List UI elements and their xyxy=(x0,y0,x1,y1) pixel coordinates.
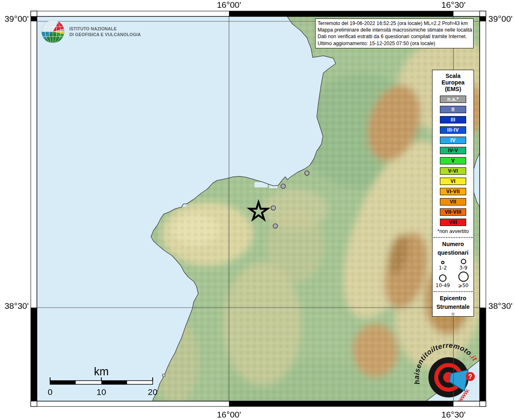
legend-title: Scala Europea (EMS) xyxy=(442,73,465,92)
axis-right-lat-3830: 38°30' xyxy=(488,301,513,310)
legend-chip-VI: VI xyxy=(440,178,466,185)
coastal-islet xyxy=(163,374,165,377)
legend-chip-V-VI: V-VI xyxy=(440,167,466,175)
legend-chip-II: II xyxy=(440,106,466,113)
questionnaire-circle-icon xyxy=(461,259,466,264)
questionnaire-class-label: ⩾50 xyxy=(458,283,468,288)
locality-dot xyxy=(271,206,276,210)
ingv-globe-icon xyxy=(41,20,64,43)
macroseismic-map-page: ? haisentitoilterremoto.it www. km 0 10 … xyxy=(0,0,515,420)
questionnaire-circle-icon xyxy=(439,274,446,282)
locality-dot xyxy=(281,184,286,189)
legend-chip-VIII: VIII xyxy=(440,219,466,226)
locality-dot xyxy=(305,171,309,176)
legend-separator-2 xyxy=(433,291,473,292)
scale-tick-20: 20 xyxy=(148,387,157,397)
ingv-name-line2: DI GEOFISICA E VULCANOLOGIA xyxy=(69,32,141,37)
legend-footnote: *non avvertito xyxy=(437,228,469,234)
legend-chip-VI-VII: VI-VII xyxy=(440,188,466,195)
axis-top-lon-1630: 16°30' xyxy=(441,0,465,9)
info-line-data-source: Dati non verificati estratti da 6 questi… xyxy=(318,33,471,40)
axis-right-lat-3900: 39°00' xyxy=(488,14,513,23)
legend-chip-IV: IV xyxy=(440,137,466,144)
legend-separator xyxy=(433,237,473,238)
info-line-map-type: Mappa preliminare delle intensità macros… xyxy=(318,27,471,33)
axis-bottom-lon-1630: 16°30' xyxy=(441,410,465,419)
scale-bar-segment xyxy=(101,381,127,384)
questionnaire-class-1-2: 1-2 xyxy=(433,259,452,271)
scale-tick-10: 10 xyxy=(96,387,106,397)
legend-box: Scala Europea (EMS) n.a.*IIIIIIII-IVIVIV… xyxy=(432,70,474,317)
legend-scale-items: n.a.*IIIIIIII-IVIVIV-VVV-VIVIVI-VIIVIIVI… xyxy=(440,96,466,226)
info-line-event: Terremoto del 19-06-2022 16:52:25 (ora l… xyxy=(318,20,471,27)
scale-bar-segment xyxy=(50,381,76,384)
legend-star-icon xyxy=(447,312,459,316)
epicenter-title: Epicentro Strumentale xyxy=(437,294,470,311)
locality-dot xyxy=(273,224,278,228)
questionnaire-classes: 1-23-910-49⩾50 xyxy=(433,259,473,288)
questionnaire-circle-icon xyxy=(441,261,444,264)
questionnaire-class-3-9: 3-9 xyxy=(454,259,473,271)
legend-chip-V: V xyxy=(440,157,466,164)
questionnaires-title: Numero questionari xyxy=(437,240,468,257)
legend-chip-III: III xyxy=(440,116,466,123)
questionnaire-class-label: 3-9 xyxy=(459,265,467,271)
legend-chip-n.a.*: n.a.* xyxy=(440,96,466,103)
question-mark-glyph: ? xyxy=(468,373,472,380)
legend-chip-VII: VII xyxy=(440,198,466,205)
questionnaire-circle-icon xyxy=(458,272,469,282)
axis-top-lon-1600: 16°00' xyxy=(217,0,241,9)
questionnaire-class-label: 1-2 xyxy=(439,265,447,271)
info-line-updated: Ultimo aggiornamento: 15-12-2025 07:50 (… xyxy=(318,40,471,47)
scale-bar-unit: km xyxy=(94,365,109,378)
axis-bottom-lon-1600: 16°00' xyxy=(217,410,241,419)
event-info-box: Terremoto del 19-06-2022 16:52:25 (ora l… xyxy=(315,18,474,48)
ingv-name-line1: ISTITUTO NAZIONALE xyxy=(69,26,117,31)
questionnaire-class-label: 10-49 xyxy=(436,283,450,288)
legend-chip-VII-VIII: VII-VIII xyxy=(440,208,466,216)
legend-chip-III-IV: III-IV xyxy=(440,126,466,134)
scale-tick-0: 0 xyxy=(48,387,53,397)
questionnaire-class-⩾50: ⩾50 xyxy=(454,272,473,288)
axis-left-lat-3830: 38°30' xyxy=(5,301,29,310)
axis-left-lat-3900: 39°00' xyxy=(5,14,29,23)
legend-chip-IV-V: IV-V xyxy=(440,147,466,154)
questionnaire-class-10-49: 10-49 xyxy=(433,272,452,288)
